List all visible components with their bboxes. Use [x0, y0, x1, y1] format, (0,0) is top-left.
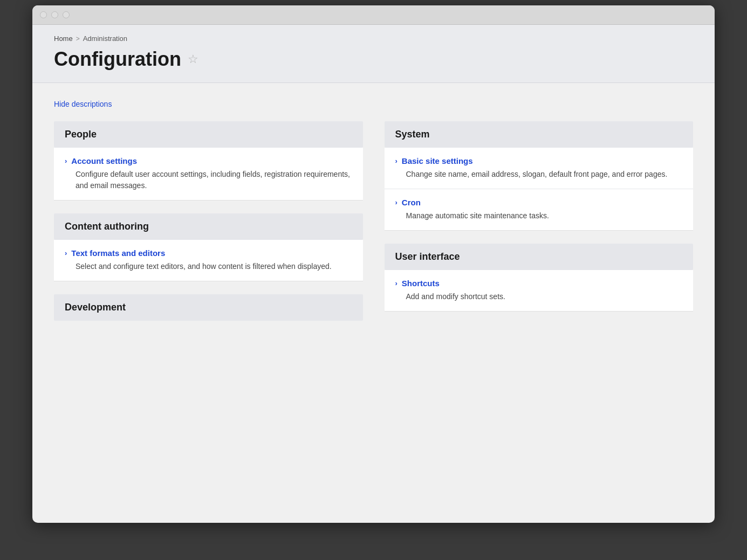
cron-description: Manage automatic site maintenance tasks. [406, 210, 683, 222]
section-title-user-interface: User interface [395, 251, 460, 262]
breadcrumb-separator: > [76, 35, 80, 43]
text-formats-description: Select and configure text editors, and h… [76, 261, 352, 272]
section-header-user-interface: User interface [385, 244, 694, 270]
page-content: Hide descriptions People › Ac [32, 83, 715, 350]
section-title-development: Development [65, 302, 126, 313]
chevron-icon-cron: › [395, 199, 398, 206]
browser-window: Home > Administration Configuration ☆ Hi… [32, 5, 715, 523]
favorite-star-icon[interactable]: ☆ [188, 52, 198, 66]
breadcrumb: Home > Administration [54, 34, 693, 43]
section-header-people: People [54, 121, 363, 148]
chevron-icon-text-formats: › [65, 250, 67, 257]
traffic-light-maximize[interactable] [63, 11, 70, 18]
section-header-content-authoring: Content authoring [54, 213, 363, 240]
account-settings-description: Configure default user account settings,… [76, 169, 352, 191]
chevron-icon-shortcuts: › [395, 280, 398, 287]
page-body: Home > Administration Configuration ☆ Hi… [32, 25, 715, 350]
config-item-title-row-text-formats: › Text formats and editors [65, 248, 352, 258]
two-column-layout: People › Account settings Configure defa… [54, 121, 693, 334]
config-item-shortcuts: › Shortcuts Add and modify shortcut sets… [385, 270, 694, 312]
section-development: Development [54, 294, 363, 321]
window-titlebar [32, 5, 715, 25]
account-settings-link[interactable]: Account settings [71, 156, 137, 165]
breadcrumb-home[interactable]: Home [54, 34, 73, 43]
column-right: System › Basic site settings Change site… [385, 121, 694, 334]
section-header-system: System [385, 121, 694, 148]
chevron-icon-basic-site: › [395, 157, 398, 164]
cron-link[interactable]: Cron [402, 198, 421, 207]
section-items-user-interface: › Shortcuts Add and modify shortcut sets… [385, 270, 694, 312]
hide-descriptions-link[interactable]: Hide descriptions [54, 100, 112, 108]
section-user-interface: User interface › Shortcuts Add and modif… [385, 244, 694, 312]
page-title-row: Configuration ☆ [54, 48, 693, 71]
section-items-people: › Account settings Configure default use… [54, 148, 363, 201]
config-item-title-row-shortcuts: › Shortcuts [395, 279, 683, 288]
page-title: Configuration [54, 48, 181, 71]
section-items-content-authoring: › Text formats and editors Select and co… [54, 240, 363, 281]
config-item-cron: › Cron Manage automatic site maintenance… [385, 189, 694, 231]
section-title-content-authoring: Content authoring [65, 221, 149, 232]
config-item-text-formats: › Text formats and editors Select and co… [54, 240, 363, 281]
section-title-system: System [395, 129, 430, 140]
page-header: Home > Administration Configuration ☆ [32, 25, 715, 83]
shortcuts-link[interactable]: Shortcuts [402, 279, 440, 288]
chevron-icon-account: › [65, 157, 67, 164]
section-title-people: People [65, 129, 97, 140]
shortcuts-description: Add and modify shortcut sets. [406, 291, 683, 302]
text-formats-link[interactable]: Text formats and editors [71, 248, 165, 258]
config-item-basic-site-settings: › Basic site settings Change site name, … [385, 148, 694, 189]
section-system: System › Basic site settings Change site… [385, 121, 694, 231]
breadcrumb-current: Administration [83, 34, 127, 43]
traffic-light-close[interactable] [40, 11, 47, 18]
basic-site-settings-link[interactable]: Basic site settings [402, 156, 473, 165]
column-left: People › Account settings Configure defa… [54, 121, 363, 334]
config-item-title-row-account: › Account settings [65, 156, 352, 165]
section-header-development: Development [54, 294, 363, 321]
traffic-light-minimize[interactable] [51, 11, 58, 18]
config-item-account-settings: › Account settings Configure default use… [54, 148, 363, 201]
basic-site-settings-description: Change site name, email address, slogan,… [406, 169, 683, 180]
config-item-title-row-cron: › Cron [395, 198, 683, 207]
config-item-title-row-basic-site: › Basic site settings [395, 156, 683, 165]
section-people: People › Account settings Configure defa… [54, 121, 363, 201]
section-items-system: › Basic site settings Change site name, … [385, 148, 694, 231]
section-content-authoring: Content authoring › Text formats and edi… [54, 213, 363, 281]
